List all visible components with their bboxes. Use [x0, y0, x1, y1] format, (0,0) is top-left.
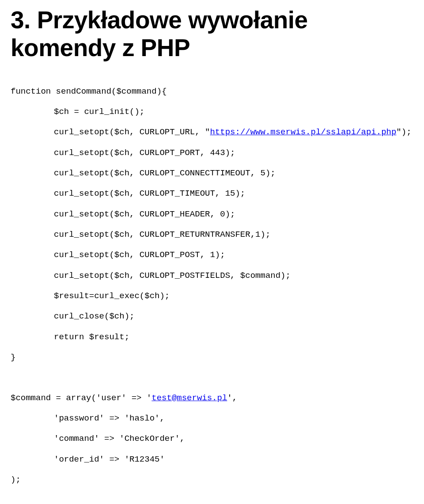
code-text: curl_setopt($ch, CURLOPT_URL, " — [54, 127, 210, 137]
code-line: 'password' => 'haslo', — [11, 413, 413, 424]
code-line: curl_setopt($ch, CURLOPT_TIMEOUT, 15); — [11, 189, 413, 199]
code-line: function sendCommand($command){ — [11, 87, 413, 97]
email-link[interactable]: test@mserwis.pl — [151, 393, 227, 403]
code-line: curl_setopt($ch, CURLOPT_URL, "https://w… — [11, 127, 413, 137]
code-line: curl_setopt($ch, CURLOPT_RETURNTRANSFER,… — [11, 230, 413, 240]
code-text: "); — [396, 127, 411, 137]
code-line: $command = array('user' => 'test@mserwis… — [11, 393, 413, 403]
code-line: $ch = curl_init(); — [11, 107, 413, 117]
code-line: $result=curl_exec($ch); — [11, 291, 413, 301]
code-line: return $result; — [11, 332, 413, 342]
code-line: curl_setopt($ch, CURLOPT_PORT, 443); — [11, 148, 413, 158]
code-command-array: $command = array('user' => 'test@mserwis… — [11, 383, 413, 495]
code-line: curl_setopt($ch, CURLOPT_CONNECTTIMEOUT,… — [11, 168, 413, 178]
code-line: ); — [11, 475, 413, 485]
code-line: curl_close($ch); — [11, 311, 413, 322]
code-line: curl_setopt($ch, CURLOPT_POSTFIELDS, $co… — [11, 271, 413, 281]
code-line: } — [11, 352, 413, 363]
code-line: 'order_id' => 'R12345' — [11, 455, 413, 465]
code-text: $command = array('user' => ' — [11, 393, 151, 403]
code-line: curl_setopt($ch, CURLOPT_HEADER, 0); — [11, 209, 413, 220]
code-line: 'command' => 'CheckOrder', — [11, 434, 413, 444]
code-text: ', — [227, 393, 237, 403]
code-function: function sendCommand($command){ $ch = cu… — [11, 76, 413, 373]
url-link[interactable]: https://www.mserwis.pl/sslapi/api.php — [210, 127, 396, 137]
section-heading: 3. Przykładowe wywołanie komendy z PHP — [11, 6, 413, 62]
code-line: curl_setopt($ch, CURLOPT_POST, 1); — [11, 250, 413, 260]
